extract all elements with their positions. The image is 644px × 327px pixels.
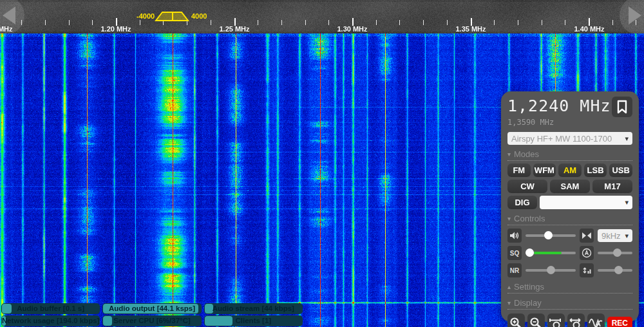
settings-section-header[interactable]: ▴ Settings <box>507 282 632 294</box>
squelch-auto-icon <box>582 232 592 239</box>
zoom-selection-icon <box>549 317 563 327</box>
controls-section-label: Controls <box>514 214 545 223</box>
mode-button-am[interactable]: AM <box>558 164 582 177</box>
filter-high-label: 4000 <box>191 12 207 20</box>
frequency-scale[interactable]: 1.15 MHz1.20 MHz1.25 MHz1.30 MHz1.35 MHz… <box>0 0 644 33</box>
spectrum-toggle-button[interactable] <box>587 313 605 327</box>
section-open-icon: ▾ <box>507 151 511 158</box>
zoom-out-button[interactable] <box>527 313 545 327</box>
zoom-in-icon <box>509 317 522 327</box>
digital-mode-select[interactable]: ▾ <box>540 196 632 209</box>
status-bar-audio-output: Audio output [44.1 ksps] <box>102 303 201 314</box>
status-bars: Audio buffer [0.1 s] Audio output [44.1 … <box>1 303 303 326</box>
scale-background <box>0 0 644 33</box>
center-frequency: 1,3590 MHz <box>507 118 632 127</box>
zoom-in-button[interactable] <box>507 313 525 327</box>
profile-select[interactable]: Airspy HF+ MW 1100-1700 ▾ <box>507 132 632 145</box>
filter-low-label: -4000 <box>137 12 155 20</box>
squelch-slider[interactable] <box>526 246 576 260</box>
bookmark-button[interactable] <box>612 97 632 117</box>
status-bar-clients: Clients [1] <box>204 315 303 326</box>
mode-button-lsb[interactable]: LSB <box>584 164 607 177</box>
section-open-icon: ▾ <box>507 299 511 306</box>
mode-button-fm[interactable]: FM <box>507 164 531 177</box>
auto-range-icon <box>582 266 591 275</box>
profile-select-value: Airspy HF+ MW 1100-1700 <box>511 134 612 144</box>
mode-button-cw[interactable]: CW <box>507 180 547 193</box>
zoom-full-button[interactable] <box>567 313 585 327</box>
section-open-icon: ▾ <box>507 215 511 222</box>
waterfall-auto-adjust-button[interactable] <box>580 246 594 260</box>
spectrum-waveform-icon <box>589 317 603 327</box>
zoom-selection-button[interactable] <box>547 313 565 327</box>
left-arrow-icon <box>3 6 15 24</box>
volume-slider[interactable] <box>526 229 576 243</box>
status-bar-server-cpu: Server CPU [6%/37°C] <box>102 315 201 326</box>
mode-button-wfm[interactable]: WFM <box>533 164 556 177</box>
status-label: Audio output [44.1 ksps] <box>102 304 201 312</box>
zoom-out-icon <box>529 317 542 327</box>
bookmark-icon <box>616 100 628 114</box>
mode-button-m17[interactable]: M17 <box>592 180 632 193</box>
openwebrx-app: 1.15 MHz1.20 MHz1.25 MHz1.30 MHz1.35 MHz… <box>0 0 644 327</box>
slider-knob[interactable] <box>614 266 623 274</box>
right-arrow-icon <box>629 6 641 24</box>
status-label: Clients [1] <box>204 317 303 324</box>
slider-knob[interactable] <box>547 266 555 274</box>
section-closed-icon: ▴ <box>507 283 511 290</box>
tuned-frequency[interactable]: 1,2240 MHz <box>507 97 611 115</box>
waterfall-continuous-adjust-button[interactable] <box>580 263 594 277</box>
slider-knob[interactable] <box>613 248 621 257</box>
status-label: Network usage [194.0 kbps] <box>1 317 100 324</box>
record-button[interactable]: REC <box>607 317 632 327</box>
auto-squelch-button[interactable] <box>580 229 594 243</box>
caret-down-icon: ▾ <box>625 198 629 207</box>
noise-reduction-slider[interactable] <box>526 263 576 277</box>
status-bar-network-usage: Network usage [194.0 kbps] <box>1 315 100 326</box>
squelch-label-button[interactable]: SQ <box>507 246 522 260</box>
status-bar-audio-stream: Audio stream [44 kbps] <box>204 303 303 314</box>
status-label: Audio stream [44 kbps] <box>204 304 303 312</box>
caret-down-icon: ▾ <box>625 135 629 143</box>
waterfall-max-slider[interactable] <box>598 263 632 277</box>
auto-adjust-icon <box>582 248 592 258</box>
modes-section-label: Modes <box>514 149 539 159</box>
display-section-label: Display <box>514 298 542 308</box>
mode-button-dig[interactable]: DIG <box>507 196 537 209</box>
receiver-panel: 1,2240 MHz 1,3590 MHz Airspy HF+ MW 1100… <box>501 91 639 322</box>
zoom-full-icon <box>569 317 583 327</box>
bandwidth-select[interactable]: 9kHz ▾ <box>598 229 632 242</box>
caret-down-icon: ▾ <box>625 232 629 240</box>
mode-button-sam[interactable]: SAM <box>550 180 590 193</box>
display-section-header[interactable]: ▾ Display <box>507 298 632 310</box>
modes-section-header[interactable]: ▾ Modes <box>507 149 632 161</box>
settings-section-label: Settings <box>514 282 544 292</box>
bandwidth-value: 9kHz <box>601 231 621 241</box>
waterfall-min-slider[interactable] <box>598 246 632 260</box>
status-label: Server CPU [6%/37°C] <box>102 317 201 324</box>
mode-button-usb[interactable]: USB <box>609 164 632 177</box>
slider-knob[interactable] <box>526 248 534 257</box>
status-bar-audio-buffer: Audio buffer [0.1 s] <box>1 303 100 314</box>
signal-level-fill <box>534 252 562 254</box>
controls-section-header[interactable]: ▾ Controls <box>507 214 632 225</box>
bandpass-shape-icon[interactable] <box>155 9 193 22</box>
speaker-icon <box>509 231 520 240</box>
noise-reduction-label-button[interactable]: NR <box>507 263 522 277</box>
status-label: Audio buffer [0.1 s] <box>1 304 100 312</box>
slider-knob[interactable] <box>544 231 553 239</box>
mute-button[interactable] <box>507 229 522 243</box>
